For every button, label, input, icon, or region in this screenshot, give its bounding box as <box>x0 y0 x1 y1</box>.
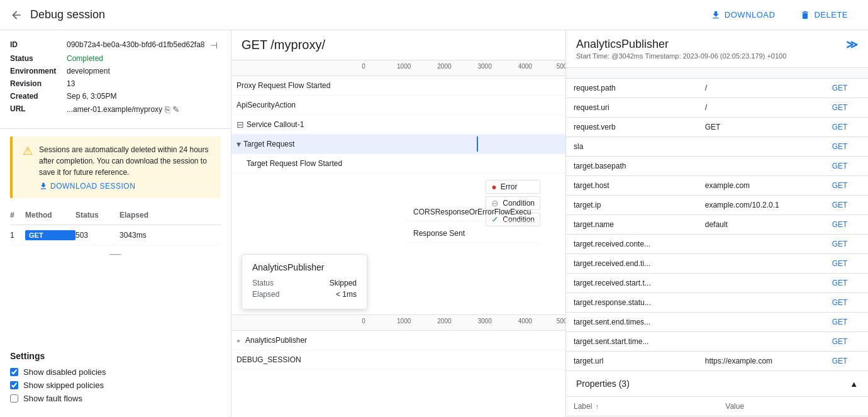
scroll-indicator: — <box>0 246 231 262</box>
popup-elapsed-value: < 1ms <box>336 290 357 299</box>
response-sent-row[interactable]: Response Sent <box>406 224 540 243</box>
flow-bar-analytics <box>364 331 565 350</box>
table-row[interactable]: target.received.end.ti... GET <box>566 254 868 274</box>
btick-4000: 4000 <box>518 318 532 325</box>
popup-status-row: Status Skipped <box>252 279 357 287</box>
table-row[interactable]: request.path / GET <box>566 79 868 98</box>
copy-icon[interactable]: ⎘ <box>165 104 170 114</box>
var-tag: GET <box>825 196 868 215</box>
show-skipped-checkbox[interactable] <box>10 381 18 389</box>
popup-elapsed-label: Elapsed <box>252 290 279 299</box>
api-security-label: ApiSecurityAction <box>236 101 296 109</box>
btick-3000: 3000 <box>477 318 491 325</box>
analytics-circle-icon: ● <box>236 337 240 344</box>
col-elapsed: Elapsed <box>120 211 170 220</box>
table-row[interactable]: request.uri / GET <box>566 98 868 118</box>
var-value: example.com <box>698 176 825 196</box>
flow-name-analytics: ● AnalyticsPublisher <box>231 336 364 345</box>
table-row[interactable]: target.sent.start.time... GET <box>566 332 868 352</box>
download-button[interactable]: DOWNLOAD <box>701 5 786 25</box>
variables-body: request.path / GET request.uri / GET req… <box>566 79 868 371</box>
topbar: Debug session DOWNLOAD DELETE <box>0 0 868 30</box>
tick-3000: 3000 <box>477 63 491 70</box>
popup-status-label: Status <box>252 279 274 287</box>
table-row[interactable]: target.url https://example.com GET <box>566 352 868 371</box>
btick-2000: 2000 <box>437 318 451 325</box>
created-value: Sep 6, 3:05PM <box>67 92 116 101</box>
created-row: Created Sep 6, 3:05PM <box>10 92 221 101</box>
btick-1000: 1000 <box>397 318 411 325</box>
flow-row-api-security[interactable]: ApiSecurityAction <box>231 96 565 115</box>
table-row[interactable]: sla GET <box>566 137 868 157</box>
main-layout: ID 090b72a4-be0a-430b-bfd6-d1fb5ed62fa8 … <box>0 30 868 417</box>
requests-section: # Method Status Elapsed 1 GET 503 3043ms <box>0 206 231 246</box>
id-label: ID <box>10 40 67 49</box>
warning-content: Sessions are automatically deleted withi… <box>39 144 211 191</box>
var-tag: GET <box>825 137 868 157</box>
table-row[interactable]: target.host example.com GET <box>566 176 868 196</box>
var-value: https://example.com <box>698 352 825 371</box>
flow-name-api-security: ApiSecurityAction <box>231 101 364 109</box>
var-name: target.url <box>566 352 698 371</box>
flow-name-service-callout: ⊟ Service Callout-1 <box>231 120 364 130</box>
table-row[interactable]: target.received.start.t... GET <box>566 274 868 293</box>
event-error: ● Error <box>486 180 540 194</box>
table-row[interactable]: 1 GET 503 3043ms <box>10 225 221 246</box>
flow-row-debug[interactable]: DEBUG_SESSION <box>231 350 565 370</box>
var-value <box>698 235 825 254</box>
flow-row-service-callout[interactable]: ⊟ Service Callout-1 <box>231 115 565 135</box>
flow-row-analytics[interactable]: ● AnalyticsPublisher <box>231 331 565 350</box>
var-name: target.sent.start.time... <box>566 332 698 352</box>
collapse-icon[interactable]: ⊣ <box>210 40 218 50</box>
flow-bar-service-callout <box>364 115 565 134</box>
top-ruler: 0 1000 2000 3000 4000 5000 <box>231 60 565 76</box>
table-row[interactable]: target.basepath GET <box>566 157 868 176</box>
show-disabled-checkbox[interactable] <box>10 368 18 376</box>
right-expand-button[interactable]: ≫ <box>846 38 858 52</box>
var-value <box>698 293 825 313</box>
btick-0: 0 <box>362 318 365 325</box>
table-row[interactable]: target.sent.end.times... GET <box>566 313 868 332</box>
revision-label: Revision <box>10 79 67 88</box>
flow-name-target-flow-start: Target Request Flow Started <box>231 159 364 168</box>
target-flow-start-label: Target Request Flow Started <box>247 159 342 168</box>
var-tag: GET <box>825 235 868 254</box>
var-name: request.uri <box>566 98 698 118</box>
var-name: sla <box>566 137 698 157</box>
var-tag: GET <box>825 157 868 176</box>
back-button[interactable] <box>10 9 23 21</box>
edit-icon[interactable]: ✎ <box>172 104 180 114</box>
properties-header[interactable]: Properties (3) ▲ <box>566 371 868 397</box>
table-row[interactable]: target.received.conte... GET <box>566 235 868 254</box>
flow-name-debug: DEBUG_SESSION <box>231 355 364 364</box>
proxy-start-label: Proxy Request Flow Started <box>236 81 330 90</box>
table-row[interactable]: target.name default GET <box>566 215 868 235</box>
tick-0: 0 <box>362 63 365 70</box>
var-value <box>698 313 825 332</box>
flow-row-target-flow-start[interactable]: Target Request Flow Started <box>231 154 565 174</box>
response-sent-name: Response Sent <box>408 229 540 238</box>
cors-row[interactable]: CORSResponseOrErrorFlowExecu <box>406 203 540 221</box>
tick-4000: 4000 <box>518 63 532 70</box>
var-name: request.path <box>566 79 698 98</box>
download-session-link[interactable]: DOWNLOAD SESSION <box>39 182 211 191</box>
delete-button[interactable]: DELETE <box>790 5 858 25</box>
table-row[interactable]: target.ip example.com/10.2.0.1 GET <box>566 196 868 215</box>
table-row[interactable]: target.response.statu... GET <box>566 293 868 313</box>
var-name: target.basepath <box>566 157 698 176</box>
var-col-tag <box>825 68 868 79</box>
row-status: 503 <box>75 231 120 240</box>
show-fault-checkbox[interactable] <box>10 394 18 403</box>
flow-row-target-request[interactable]: ▾ Target Request <box>231 135 565 154</box>
var-tag: GET <box>825 79 868 98</box>
topbar-actions: DOWNLOAD DELETE <box>701 5 858 25</box>
flow-row-proxy-start[interactable]: Proxy Request Flow Started <box>231 76 565 96</box>
id-row: ID 090b72a4-be0a-430b-bfd6-d1fb5ed62fa8 … <box>10 40 221 50</box>
download-session-label: DOWNLOAD SESSION <box>50 182 135 191</box>
var-name: target.ip <box>566 196 698 215</box>
show-disabled-label: Show disabled policies <box>23 367 106 377</box>
status-label: Status <box>10 54 67 63</box>
var-value: example.com/10.2.0.1 <box>698 196 825 215</box>
settings-title: Settings <box>10 351 221 361</box>
table-row[interactable]: request.verb GET GET <box>566 118 868 137</box>
